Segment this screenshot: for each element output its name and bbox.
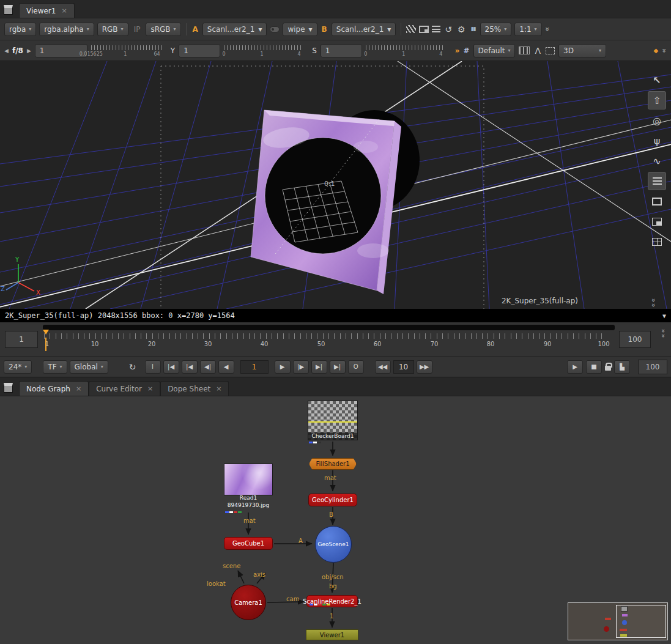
close-icon[interactable]: × bbox=[147, 385, 153, 393]
curve-editor-shortcut-icon[interactable]: ▙ bbox=[614, 360, 630, 374]
pane-menu-icon[interactable] bbox=[4, 5, 13, 15]
a-input-dropdown[interactable]: Scanl...er2_1▾ bbox=[202, 23, 267, 36]
prev-increment-button[interactable]: ◀| bbox=[200, 360, 216, 374]
split-view-icon[interactable] bbox=[648, 212, 666, 231]
wipe-toggle[interactable] bbox=[270, 26, 280, 32]
wipe-pattern-icon[interactable] bbox=[406, 25, 416, 33]
input-process-toggle[interactable]: IP bbox=[132, 23, 143, 35]
view-preset-dropdown[interactable]: Default▾ bbox=[473, 44, 516, 57]
collapse-chevrons-icon[interactable]: » bbox=[543, 27, 551, 32]
jump-back-button[interactable]: ◀◀ bbox=[375, 360, 391, 374]
b-input-dropdown[interactable]: Scanl...er2_1▾ bbox=[332, 23, 396, 36]
goto-start-button[interactable]: |◀ bbox=[163, 360, 179, 374]
gamma-input[interactable]: 1 bbox=[179, 44, 220, 57]
play-keyframe-button[interactable]: |▶ bbox=[293, 360, 309, 374]
wipe-mode-dropdown[interactable]: wipe▾ bbox=[283, 23, 317, 36]
channels-dropdown[interactable]: rgba▾ bbox=[4, 23, 36, 36]
viewport-collapse-icon[interactable]: » » bbox=[651, 298, 655, 308]
node-checkerboard1[interactable]: CheckerBoard1 bbox=[308, 401, 358, 440]
collapse-chevrons-icon[interactable]: » bbox=[660, 48, 669, 53]
selection-box-icon[interactable] bbox=[546, 47, 555, 54]
pause-icon[interactable]: ▮▮ bbox=[470, 26, 477, 32]
fps-dropdown[interactable]: 24*▾ bbox=[4, 360, 32, 374]
alpha-channel-dropdown[interactable]: rgba.alpha▾ bbox=[39, 23, 94, 36]
float-viewer-icon[interactable] bbox=[419, 26, 429, 33]
edge-label-axis: axis bbox=[253, 571, 265, 578]
tab-viewer1[interactable]: Viewer1 × bbox=[19, 3, 75, 18]
chevron-down-icon: ▾ bbox=[599, 48, 601, 53]
node-camera1[interactable]: Camera1 bbox=[231, 585, 266, 620]
rotate-tool-icon[interactable]: ◎ bbox=[648, 111, 666, 130]
wave-icon[interactable]: Λ bbox=[533, 46, 542, 55]
timeline-collapse-icon[interactable]: » » bbox=[661, 328, 665, 338]
refresh-icon[interactable]: ↺ bbox=[443, 25, 453, 34]
next-increment-button[interactable]: ▶| bbox=[311, 360, 327, 374]
range-start-field[interactable]: 1 bbox=[5, 331, 38, 348]
frame-range-dropdown[interactable]: Global▾ bbox=[70, 360, 108, 374]
node-graph-canvas[interactable]: CheckerBoard1 FillShader1 mat GeoCylinde… bbox=[0, 396, 671, 644]
node-graph-minimap[interactable] bbox=[568, 602, 668, 640]
saturation-input[interactable]: 1 bbox=[321, 44, 362, 57]
step-back-button[interactable]: ◀ bbox=[218, 360, 234, 374]
skeleton-tool-icon[interactable]: ψ bbox=[648, 131, 666, 150]
playback-mode-icon[interactable]: ↻ bbox=[128, 363, 138, 371]
translate-tool-icon[interactable]: ⇧ bbox=[648, 91, 666, 109]
info-expand-icon[interactable]: ▼ bbox=[662, 313, 666, 319]
lock-range-icon[interactable] bbox=[605, 366, 611, 371]
set-in-button[interactable]: I bbox=[145, 360, 161, 374]
zoom-dropdown[interactable]: 25%▾ bbox=[480, 23, 512, 36]
tab-node-graph[interactable]: Node Graph × bbox=[19, 381, 89, 396]
close-icon[interactable]: × bbox=[76, 385, 81, 393]
select-cursor-icon[interactable]: ↖ bbox=[648, 71, 666, 89]
flipbook-icon[interactable]: ▶ bbox=[567, 360, 583, 374]
lock-3d-icon[interactable]: ◆ bbox=[654, 47, 659, 54]
filmstrip-icon[interactable] bbox=[519, 46, 530, 54]
node-geocube1[interactable]: GeoCube1 bbox=[224, 537, 273, 550]
viewer-info-icon[interactable] bbox=[432, 26, 440, 32]
range-end-field[interactable]: 100 bbox=[619, 331, 651, 348]
3d-viewport-canvas[interactable]: 0.1 Y X Z bbox=[0, 61, 671, 309]
tf-dropdown[interactable]: TF▾ bbox=[43, 360, 67, 374]
close-icon[interactable]: × bbox=[216, 385, 221, 393]
handles-icon[interactable]: » bbox=[455, 46, 460, 55]
frame-selection-icon[interactable] bbox=[648, 192, 666, 210]
display-list-icon[interactable] bbox=[648, 172, 666, 190]
node-viewer1[interactable]: Viewer1 bbox=[306, 629, 358, 640]
gamma-slider[interactable]: 0 1 4 bbox=[224, 43, 302, 58]
fstop-decrease-icon[interactable]: ◀ bbox=[4, 48, 9, 54]
3d-viewport[interactable]: 0.1 Y X Z ↖ ⇧ ◎ ψ ∿ 2K_Super_35(full-ap) bbox=[0, 61, 671, 309]
tab-curve-editor[interactable]: Curve Editor × bbox=[89, 381, 160, 396]
chevron-down-icon: ▾ bbox=[174, 26, 176, 32]
jump-forward-button[interactable]: ▶▶ bbox=[417, 360, 432, 374]
saturation-slider[interactable]: 0 1 4 bbox=[366, 43, 444, 58]
pane-menu-icon[interactable] bbox=[4, 383, 13, 393]
fstop-increase-icon[interactable]: ▶ bbox=[27, 48, 31, 54]
grid-view-icon[interactable] bbox=[648, 232, 666, 251]
node-read1[interactable] bbox=[224, 464, 273, 495]
play-button[interactable]: ▶ bbox=[275, 360, 291, 374]
lut-dropdown[interactable]: sRGB▾ bbox=[146, 23, 180, 36]
display-channel-dropdown[interactable]: RGB▾ bbox=[97, 23, 128, 36]
global-range-end-field[interactable]: 100 bbox=[638, 360, 667, 374]
roi-gear-icon[interactable]: ⚙ bbox=[456, 25, 467, 34]
view-mode-dropdown[interactable]: 3D▾ bbox=[558, 44, 606, 57]
current-frame-field[interactable]: 1 bbox=[240, 360, 269, 374]
frame-increment-field[interactable]: 10 bbox=[393, 360, 414, 374]
playhead[interactable] bbox=[43, 330, 49, 351]
gain-slider[interactable]: 0.015625 1 64 bbox=[91, 43, 163, 58]
render-icon[interactable]: ■ bbox=[586, 360, 602, 374]
curve-tool-icon[interactable]: ∿ bbox=[648, 152, 666, 170]
set-out-button[interactable]: O bbox=[348, 360, 364, 374]
snap-grid-icon[interactable]: # bbox=[464, 46, 470, 55]
timeline-ruler[interactable]: 1 10 20 30 40 50 60 70 80 90 100 bbox=[44, 332, 607, 347]
node-geocylinder1[interactable]: GeoCylinder1 bbox=[308, 494, 357, 506]
proxy-ratio-dropdown[interactable]: 1:1▾ bbox=[514, 23, 541, 36]
goto-end-button[interactable]: ▶| bbox=[330, 360, 346, 374]
node-fillshader1[interactable]: FillShader1 bbox=[309, 458, 357, 470]
prev-keyframe-button[interactable]: |◀ bbox=[182, 360, 198, 374]
viewport-format-label: 2K_Super_35(full-ap) bbox=[502, 297, 578, 305]
close-icon[interactable]: × bbox=[61, 7, 67, 15]
node-geoscene1[interactable]: GeoScene1 bbox=[315, 526, 352, 563]
node-scanlinerender2-1[interactable]: ScanlineRender2_1 bbox=[306, 595, 358, 607]
tab-dope-sheet[interactable]: Dope Sheet × bbox=[160, 381, 229, 396]
